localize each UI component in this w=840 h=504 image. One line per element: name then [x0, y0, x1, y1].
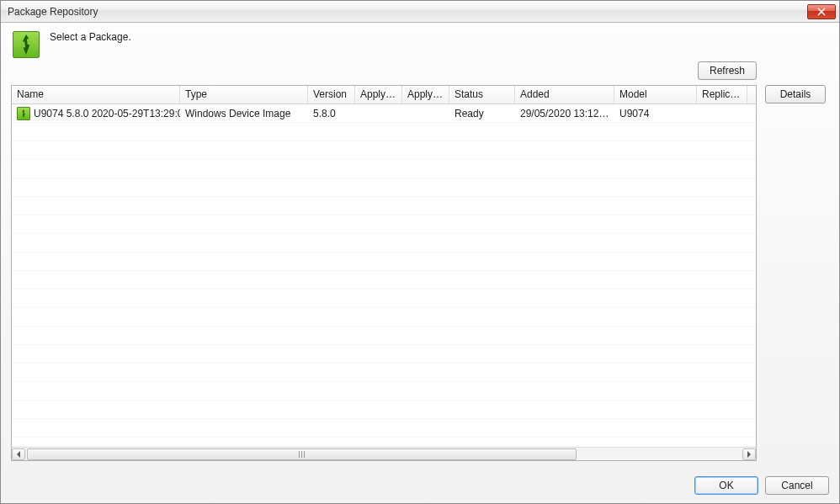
col-added[interactable]: Added: [515, 86, 614, 103]
col-version[interactable]: Version: [308, 86, 355, 103]
details-button[interactable]: Details: [765, 85, 826, 103]
cell-added: 29/05/2020 13:12:02: [515, 106, 614, 121]
titlebar: Package Repository: [1, 1, 839, 23]
cell-status: Ready: [449, 106, 515, 121]
header-prompt: Select a Package.: [50, 31, 131, 43]
scroll-thumb[interactable]: [27, 448, 577, 460]
cell-apply2: [402, 112, 449, 115]
scroll-right-button[interactable]: [742, 448, 756, 460]
cell-apply1: [355, 112, 402, 115]
header: Select a Package.: [1, 23, 839, 61]
package-icon: [13, 31, 40, 58]
horizontal-scrollbar[interactable]: [12, 447, 756, 460]
package-repository-dialog: Package Repository Select a Package. Ref…: [0, 0, 840, 504]
table-body: U9074 5.8.0 2020-05-29T13:29:00 Windows …: [12, 104, 756, 447]
cancel-button[interactable]: Cancel: [765, 476, 829, 495]
cell-model: U9074: [614, 106, 697, 121]
col-apply2[interactable]: Apply t...: [402, 86, 449, 103]
chevron-left-icon: [16, 451, 21, 458]
package-row-icon: [17, 107, 30, 120]
col-name[interactable]: Name: [12, 86, 180, 103]
refresh-button[interactable]: Refresh: [698, 61, 757, 80]
scroll-track[interactable]: [27, 448, 741, 460]
scroll-left-button[interactable]: [12, 448, 25, 460]
cell-name: U9074 5.8.0 2020-05-29T13:29:00: [34, 108, 180, 119]
package-table: Name Type Version Apply t... Apply t... …: [11, 85, 757, 461]
chevron-right-icon: [747, 451, 752, 458]
close-icon: [817, 8, 826, 16]
table-area: Refresh Name Type Version Apply t... App…: [11, 61, 757, 461]
cell-type: Windows Device Image: [180, 106, 308, 121]
ok-button[interactable]: OK: [694, 476, 758, 495]
col-status[interactable]: Status: [449, 86, 515, 103]
col-model[interactable]: Model: [614, 86, 697, 103]
window-close-button[interactable]: [807, 4, 836, 19]
dialog-footer: OK Cancel: [1, 468, 839, 503]
cell-version: 5.8.0: [308, 106, 355, 121]
content: Refresh Name Type Version Apply t... App…: [1, 61, 839, 468]
col-replica[interactable]: Replica St: [697, 86, 747, 103]
cell-replica: [697, 112, 747, 115]
table-header: Name Type Version Apply t... Apply t... …: [12, 86, 756, 104]
col-type[interactable]: Type: [180, 86, 308, 103]
table-row[interactable]: U9074 5.8.0 2020-05-29T13:29:00 Windows …: [12, 104, 756, 123]
col-apply1[interactable]: Apply t...: [355, 86, 402, 103]
side-column: Details: [765, 61, 829, 461]
window-title: Package Repository: [8, 6, 807, 18]
